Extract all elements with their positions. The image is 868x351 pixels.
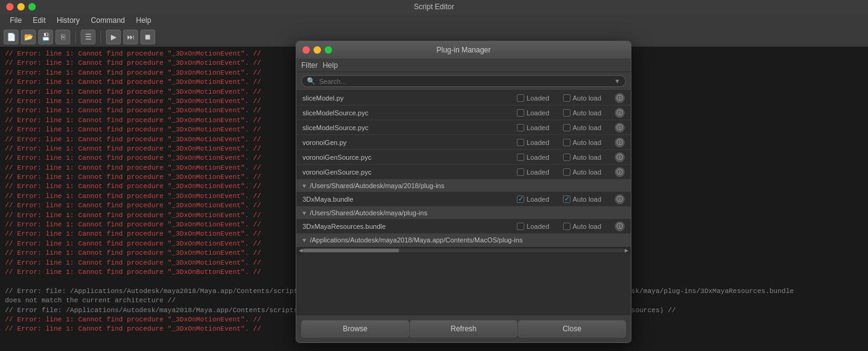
play-all-button[interactable]: ⏭ [123, 30, 138, 44]
section-path-0: /Users/Shared/Autodesk/maya/2018/plug-in… [310, 182, 444, 189]
section-arrow-icon: ▼ [301, 237, 307, 244]
plugin-info-button[interactable]: ⓘ [615, 93, 625, 103]
copy-button[interactable]: ⎘ [55, 30, 70, 44]
plugin-name: voronoiGenSource.pyc [302, 154, 517, 161]
autoload-group: Auto load [563, 223, 609, 230]
open-file-button[interactable]: 📂 [21, 30, 36, 44]
list-icon: ☰ [85, 33, 92, 41]
dialog-minimize-button[interactable] [314, 46, 321, 54]
stop-button[interactable]: ⏹ [140, 30, 155, 44]
plugin-name: sliceModel.py [302, 94, 517, 102]
refresh-button[interactable]: Refresh [410, 320, 517, 337]
autoload-label: Auto load [573, 154, 601, 161]
close-button[interactable] [6, 3, 14, 10]
loaded-checkbox-1[interactable] [517, 109, 524, 117]
search-icon: 🔍 [307, 77, 315, 85]
autoload-group: Auto load [563, 154, 609, 161]
loaded-checkbox-0[interactable] [517, 94, 524, 102]
autoload-label: Auto load [573, 139, 601, 146]
autoload-checkbox-5[interactable] [563, 168, 570, 176]
loaded-checkbox-s1-0[interactable] [517, 223, 524, 230]
browse-button[interactable]: Browse [301, 320, 409, 337]
plugin-info-button[interactable]: ⓘ [615, 152, 625, 162]
menu-file[interactable]: File [5, 15, 26, 26]
copy-icon: ⎘ [61, 33, 65, 41]
autoload-checkbox-3[interactable] [563, 139, 570, 146]
search-dropdown-button[interactable]: ▼ [614, 78, 620, 85]
main-area: // Error: line 1: Cannot find procedure … [0, 47, 868, 351]
dialog-menu-help[interactable]: Help [323, 61, 338, 70]
scrollbar-track[interactable] [302, 249, 625, 252]
minimize-button[interactable] [17, 3, 25, 10]
loaded-label: Loaded [527, 223, 550, 230]
stop-icon: ⏹ [144, 33, 152, 41]
scrollbar-thumb[interactable] [302, 249, 399, 252]
menu-edit[interactable]: Edit [28, 15, 51, 26]
save-file-button[interactable]: 💾 [38, 30, 53, 44]
dialog-menu-filter[interactable]: Filter [301, 61, 318, 70]
plugin-info-button[interactable]: ⓘ [615, 123, 625, 133]
list-item: voronoiGen.py Loaded Auto load ⓘ [296, 135, 631, 150]
loaded-checkbox-2[interactable] [517, 124, 524, 131]
autoload-checkbox-s1-0[interactable] [563, 223, 570, 230]
list-item: voronoiGenSource.pyc Loaded Auto load ⓘ [296, 165, 631, 180]
loaded-label: Loaded [527, 139, 550, 146]
horizontal-scrollbar[interactable]: ◀ ▶ [296, 246, 631, 254]
toolbar-separator [75, 31, 76, 43]
new-file-button[interactable]: 📄 [4, 30, 18, 44]
dialog-footer: Browse Refresh Close [296, 315, 631, 342]
autoload-checkbox-2[interactable] [563, 124, 570, 131]
section-arrow-icon: ▼ [301, 183, 307, 189]
autoload-group: Auto load [563, 196, 609, 203]
loaded-checkbox-5[interactable] [517, 168, 524, 176]
loaded-group: Loaded [517, 124, 557, 131]
loaded-group: Loaded [517, 223, 557, 230]
dialog-close-button[interactable] [302, 46, 310, 54]
section-header-2[interactable]: ▼ /Applications/Autodesk/maya2018/Maya.a… [296, 234, 631, 246]
loaded-checkbox-3[interactable] [517, 139, 524, 146]
plugin-info-button[interactable]: ⓘ [615, 221, 625, 231]
play-all-icon: ⏭ [127, 33, 134, 41]
plugin-info-button[interactable]: ⓘ [615, 108, 625, 118]
menu-command[interactable]: Command [86, 15, 129, 26]
plugin-name: 3DxMayaResources.bundle [302, 223, 517, 230]
maximize-button[interactable] [28, 3, 36, 10]
list-item: sliceModelSource.pyc Loaded Auto load ⓘ [296, 120, 631, 135]
section-header-1[interactable]: ▼ /Users/Shared/Autodesk/maya/plug-ins [296, 207, 631, 219]
autoload-checkbox-0[interactable] [563, 94, 570, 102]
autoload-checkbox-s0-0[interactable] [563, 196, 570, 203]
loaded-group: Loaded [517, 196, 557, 203]
loaded-checkbox-s0-0[interactable] [517, 196, 524, 203]
list-button[interactable]: ☰ [81, 30, 95, 44]
plugin-info-button[interactable]: ⓘ [615, 138, 625, 147]
dialog-close-footer-button[interactable]: Close [518, 320, 626, 337]
plugin-info-button[interactable]: ⓘ [615, 194, 625, 204]
play-button[interactable]: ▶ [106, 30, 121, 44]
plugin-manager-dialog: Plug-in Manager Filter Help 🔍 ▼ sliceMod… [296, 41, 631, 343]
dialog-maximize-button[interactable] [325, 46, 332, 54]
scroll-right-icon[interactable]: ▶ [625, 247, 628, 254]
search-input[interactable] [319, 78, 610, 85]
autoload-group: Auto load [563, 124, 609, 131]
loaded-checkbox-4[interactable] [517, 154, 524, 161]
loaded-label: Loaded [527, 196, 550, 203]
autoload-checkbox-1[interactable] [563, 109, 570, 117]
list-item: sliceModel.py Loaded Auto load ⓘ [296, 91, 631, 105]
section-path-1: /Users/Shared/Autodesk/maya/plug-ins [310, 209, 428, 217]
autoload-group: Auto load [563, 168, 609, 176]
plugin-info-button[interactable]: ⓘ [615, 167, 625, 177]
menu-history[interactable]: History [52, 15, 84, 26]
autoload-checkbox-4[interactable] [563, 154, 570, 161]
loaded-label: Loaded [527, 154, 550, 161]
loaded-group: Loaded [517, 94, 557, 102]
section-header-0[interactable]: ▼ /Users/Shared/Autodesk/maya/2018/plug-… [296, 180, 631, 192]
dialog-window-controls [302, 46, 332, 54]
autoload-label: Auto load [573, 109, 601, 117]
list-item: 3DxMaya.bundle Loaded Auto load ⓘ [296, 192, 631, 207]
menu-help[interactable]: Help [131, 15, 156, 26]
search-input-wrapper: 🔍 ▼ [301, 75, 626, 87]
autoload-label: Auto load [573, 94, 601, 102]
plugin-list[interactable]: sliceModel.py Loaded Auto load ⓘ sliceMo… [296, 91, 631, 315]
loaded-group: Loaded [517, 154, 557, 161]
list-item: sliceModelSource.pyc Loaded Auto load ⓘ [296, 105, 631, 120]
